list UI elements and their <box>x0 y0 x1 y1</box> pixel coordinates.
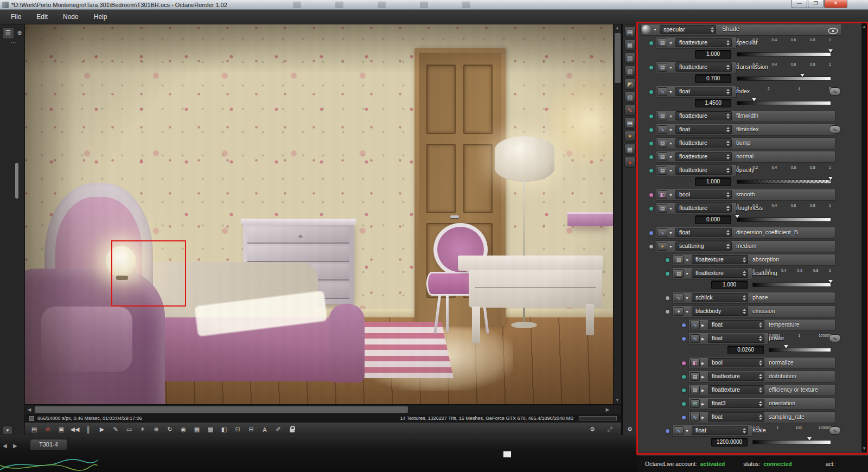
expand-arrow[interactable]: ▶ <box>701 323 704 328</box>
node-type-dropdown[interactable]: floattexture <box>692 269 748 278</box>
settings-wrench-icon[interactable]: ⚙ <box>588 425 597 435</box>
expand-arrow[interactable]: ▼ <box>685 429 689 433</box>
graph-scroll-right-icon[interactable]: ▶ <box>13 443 17 449</box>
scroll-left-icon[interactable]: ◀ <box>25 405 34 414</box>
node-type-dropdown[interactable]: floattexture <box>675 38 732 47</box>
pause-render-icon[interactable]: ║ <box>84 425 93 435</box>
slider-ramp[interactable] <box>737 52 831 56</box>
scroll-up-icon[interactable]: ▲ <box>614 24 621 32</box>
expand-arrow[interactable]: ▶ <box>701 375 704 379</box>
expand-arrow[interactable]: ▼ <box>669 169 673 173</box>
node-type-dropdown[interactable]: floattexture <box>675 165 732 175</box>
expand-arrow[interactable]: ▼ <box>669 193 673 197</box>
node-type-dropdown[interactable]: floattexture <box>675 111 732 120</box>
alpha-checker-icon[interactable]: ▩ <box>206 425 215 435</box>
brush-node-icon[interactable]: ✎ <box>624 105 636 116</box>
graph-scroll-left-icon[interactable]: ◀ <box>3 443 7 449</box>
slider-ramp[interactable] <box>752 440 831 444</box>
scroll-down-icon[interactable]: ▼ <box>614 397 621 404</box>
expand-arrow[interactable]: ▶ <box>701 416 704 420</box>
orbit-camera-icon[interactable]: ↻ <box>165 425 175 435</box>
expand-arrow[interactable]: ▼ <box>685 258 689 262</box>
curve-button[interactable]: ∿ <box>829 426 841 435</box>
value-field[interactable]: 0.700 <box>695 74 731 83</box>
node-type-dropdown[interactable]: bool <box>708 358 764 367</box>
expand-arrow[interactable]: ▼ <box>669 245 673 248</box>
file-node-icon[interactable]: ▥ <box>624 66 636 76</box>
graph-tab[interactable]: T301-4 <box>30 439 67 450</box>
play-render-icon[interactable]: ▶ <box>97 425 107 435</box>
font-overlay-icon[interactable]: A <box>260 425 270 435</box>
expand-arrow[interactable]: ▼ <box>669 66 673 69</box>
expand-arrow[interactable]: ▼ <box>669 114 673 118</box>
menu-help[interactable]: Help <box>86 10 115 24</box>
close-button[interactable]: ✕ <box>824 0 847 8</box>
node-type-dropdown[interactable]: float <box>708 412 764 422</box>
curve-button[interactable]: ∿ <box>829 87 841 95</box>
slider-marker[interactable] <box>800 74 805 77</box>
scroll-right-icon[interactable]: ▶ <box>603 405 612 414</box>
menu-node[interactable]: Node <box>55 10 86 24</box>
node-type-dropdown[interactable]: floattexture <box>708 372 764 381</box>
slider-marker[interactable] <box>784 345 788 348</box>
lock-resolution-icon[interactable] <box>287 425 297 435</box>
slider-ramp[interactable] <box>737 218 831 222</box>
node-type-dropdown[interactable]: bool <box>675 190 732 199</box>
slider-ramp[interactable] <box>737 101 831 105</box>
render-region-icon[interactable]: ▭ <box>124 425 134 435</box>
texture-node-icon[interactable]: ▨ <box>624 92 636 103</box>
expand-arrow[interactable]: ▼ <box>669 128 673 132</box>
menu-file[interactable]: File <box>3 10 29 24</box>
maximize-button[interactable]: ❐ <box>808 0 824 8</box>
node-type-dropdown[interactable]: float <box>675 228 732 237</box>
pin-panel-icon[interactable]: ▼ <box>3 426 12 435</box>
expand-arrow[interactable]: ▼ <box>669 155 673 159</box>
star-node-icon[interactable]: ✶ <box>624 131 636 142</box>
save-render-icon[interactable]: ▤ <box>29 425 39 435</box>
slider-ramp[interactable] <box>752 283 831 287</box>
inspector-scrollbar[interactable]: ▲ ▼ <box>861 23 867 452</box>
camera-icon[interactable]: ▣ <box>56 425 66 435</box>
slider-marker[interactable] <box>807 437 812 441</box>
node-type-dropdown[interactable]: specular <box>660 25 716 34</box>
node-thumbnail[interactable] <box>503 451 511 457</box>
node-type-dropdown[interactable]: schlick <box>692 293 748 302</box>
fullscreen-icon[interactable]: ⤢ <box>605 425 615 435</box>
value-field[interactable]: 1.4500 <box>695 99 731 107</box>
liquid-node-icon[interactable]: ● <box>624 157 636 168</box>
node-type-dropdown[interactable]: float <box>708 334 764 343</box>
notes-node-icon[interactable]: ▤ <box>624 27 636 37</box>
copy-image-icon[interactable]: ⊡ <box>233 425 242 435</box>
expand-arrow[interactable]: ▼ <box>669 231 673 235</box>
node-type-dropdown[interactable]: blackbody <box>692 307 748 316</box>
render-passes-icon[interactable]: ◉ <box>178 425 188 435</box>
expand-arrow[interactable]: ▼ <box>669 90 673 94</box>
node-list-icon[interactable]: ☰ <box>2 27 14 39</box>
more-icon[interactable]: ⋯ <box>11 40 16 46</box>
visibility-eye-icon[interactable] <box>828 27 838 36</box>
slider-ramp[interactable] <box>769 348 831 352</box>
value-field[interactable]: 0.000 <box>695 215 731 224</box>
tool-wrench-icon[interactable]: ⚙ <box>623 426 637 433</box>
split-view-icon[interactable]: ◧ <box>219 425 229 435</box>
film-grid-icon[interactable]: ▦ <box>192 425 202 435</box>
pick-material-icon[interactable]: ✎ <box>111 425 120 435</box>
expand-arrow[interactable]: ▼ <box>685 296 689 300</box>
value-field[interactable]: 0.0260 <box>727 346 764 354</box>
gradient-node-icon[interactable]: ▧ <box>624 53 636 63</box>
stop-render-icon[interactable]: ⊘ <box>43 425 53 435</box>
slider-ramp[interactable] <box>737 76 831 81</box>
annotate-icon[interactable]: ✐ <box>273 425 283 435</box>
viewport-vertical-scrollbar[interactable]: ▲ ▼ <box>613 24 621 404</box>
viewport-horizontal-scrollbar[interactable]: ◀ ▶ <box>25 404 621 414</box>
node-type-dropdown[interactable]: float <box>675 87 732 96</box>
palette-node-icon[interactable]: ◩ <box>624 79 636 90</box>
node-type-dropdown[interactable]: scattering <box>675 241 732 251</box>
scroll-down-icon[interactable]: ▼ <box>861 445 867 452</box>
restart-render-icon[interactable]: ◀◀ <box>70 425 80 435</box>
value-field[interactable]: 1200.0000 <box>711 438 748 447</box>
picture-node-icon[interactable]: ▦ <box>624 144 636 155</box>
daylight-icon[interactable]: ☀ <box>138 425 148 435</box>
environment-icon[interactable]: ⊕ <box>151 425 161 435</box>
menu-edit[interactable]: Edit <box>29 10 55 24</box>
